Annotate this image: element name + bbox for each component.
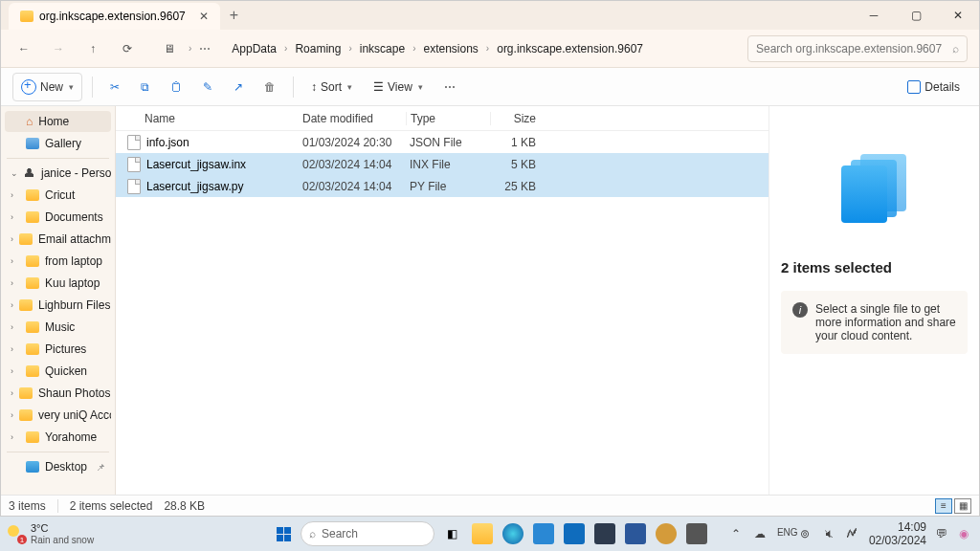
sidebar-desktop[interactable]: Desktop 📌︎ [5,456,111,477]
explorer-taskbar-icon[interactable] [469,520,496,547]
chevron-right-icon[interactable]: › [11,234,13,244]
app3-taskbar-icon[interactable] [683,520,710,547]
search-input[interactable] [756,42,952,55]
breadcrumb-item[interactable]: extensions [417,38,483,59]
minimize-button[interactable]: ─ [853,1,895,30]
file-row[interactable]: info.json01/03/2024 20:30JSON File1 KB [116,131,768,153]
volume-icon[interactable]: 🔇︎ [823,527,836,540]
details-view-toggle[interactable]: ≡ [935,498,952,514]
sidebar-folder[interactable]: ›Music [5,317,111,338]
sidebar-folder[interactable]: ›from laptop [5,251,111,272]
onedrive-icon[interactable]: ☁ [754,527,768,540]
weather-widget[interactable]: 1 3°C Rain and snow [8,522,94,544]
app1-taskbar-icon[interactable] [530,520,557,547]
edge-taskbar-icon[interactable] [500,520,526,547]
file-row[interactable]: Lasercut_jigsaw.py02/03/2024 14:04PY Fil… [116,175,768,197]
desktop-icon [26,461,39,473]
col-date[interactable]: Date modified [302,112,406,125]
taskbar-search[interactable]: ⌕ Search [301,521,434,546]
chevron-right-icon[interactable]: › [11,212,20,222]
sidebar-folder[interactable]: ›Cricut [5,185,111,206]
details-toggle[interactable]: Details [900,73,968,101]
sort-button[interactable]: ↕ Sort ▾ [303,73,360,101]
copy-button[interactable]: ⧉ [133,73,157,101]
forward-button[interactable]: → [43,33,74,64]
breadcrumb-item[interactable]: inkscape [354,38,411,59]
up-button[interactable]: ↑ [78,33,108,64]
sidebar-folder[interactable]: ›Pictures [5,339,111,360]
search-box[interactable]: ⌕ [747,35,968,62]
pin-icon[interactable]: 📌︎ [96,462,105,473]
sidebar-folder[interactable]: ›Quicken [5,361,111,382]
nav-toolbar: ← → ↑ ⟳ 🖥︎ › ⋯ AppData›Roaming›inkscape›… [1,30,979,68]
battery-icon[interactable]: 🗲 [846,527,859,540]
copilot-icon[interactable]: ◉ [959,527,972,540]
tab-title: org.inkscape.extension.9607 [39,10,186,23]
file-row[interactable]: Lasercut_jigsaw.inx02/03/2024 14:04INX F… [116,153,768,175]
chevron-down-icon[interactable]: ⌄ [11,168,18,178]
new-tab-button[interactable]: + [230,7,238,24]
wifi-icon[interactable]: ⊚ [800,527,813,540]
breadcrumb-item[interactable]: AppData [226,38,282,59]
more-button[interactable]: ⋯ [436,73,463,101]
chevron-right-icon[interactable]: › [11,300,13,310]
chevron-right-icon[interactable]: › [11,344,20,354]
chevron-right-icon: › [486,43,489,54]
sidebar-folder[interactable]: ›Kuu laptop [5,273,111,294]
tray-chevron-icon[interactable]: ⌃ [731,527,745,540]
chevron-right-icon[interactable]: › [11,256,20,266]
outlook-taskbar-icon[interactable] [561,520,588,547]
col-name[interactable]: Name [116,112,302,125]
close-tab-icon[interactable]: ✕ [199,10,209,23]
col-type[interactable]: Type [406,112,490,125]
col-size[interactable]: Size [490,112,544,125]
breadcrumb-item[interactable]: org.inkscape.extension.9607 [491,38,649,59]
app2-taskbar-icon[interactable] [653,520,679,547]
view-button[interactable]: ☰ View ▾ [366,73,431,101]
pc-icon[interactable]: 🖥︎ [154,33,185,64]
sidebar-folder[interactable]: ›Yorahome [5,427,111,448]
chevron-right-icon[interactable]: › [11,190,20,200]
notifications-icon[interactable]: 💬︎ [936,527,949,540]
overflow-icon[interactable]: ⋯ [195,33,214,64]
sidebar-folder[interactable]: ›Lighburn Files [5,295,111,316]
chevron-right-icon[interactable]: › [11,388,13,398]
sidebar-folder[interactable]: ›very uniQ Acco [5,405,111,426]
chevron-right-icon[interactable]: › [11,278,20,288]
breadcrumb-item[interactable]: Roaming [289,38,346,59]
delete-button[interactable]: 🗑︎ [256,73,283,101]
chevron-right-icon[interactable]: › [11,322,20,332]
close-button[interactable]: ✕ [937,1,979,30]
sidebar-user[interactable]: ⌄ 👤︎ janice - Personal [5,163,111,184]
clock[interactable]: 14:09 02/03/2024 [869,520,926,548]
sidebar-gallery[interactable]: Gallery [5,133,111,154]
chevron-right-icon[interactable]: › [11,432,20,442]
folder-icon [26,365,39,377]
rename-button[interactable]: ✎ [195,73,220,101]
file-icon [127,157,141,172]
sidebar-folder[interactable]: ›Shaun Photos [5,383,111,404]
task-view-button[interactable]: ◧ [438,520,465,547]
word-taskbar-icon[interactable] [622,520,649,547]
refresh-button[interactable]: ⟳ [112,33,143,64]
cut-button[interactable]: ✂︎ [102,73,127,101]
plus-icon [21,79,36,95]
store-taskbar-icon[interactable] [591,520,618,547]
paste-button[interactable]: 📋︎ [163,73,189,101]
sidebar-folder[interactable]: ›Email attachm [5,229,111,250]
language-icon[interactable]: ENG [777,527,791,540]
start-button[interactable] [270,520,297,547]
share-button[interactable]: ↗ [226,73,251,101]
taskbar: 1 3°C Rain and snow ⌕ Search ◧ ⌃ ☁ ENG ⊚… [0,517,980,551]
folder-icon [26,255,39,267]
sidebar-folder[interactable]: ›Documents [5,207,111,228]
new-button[interactable]: New ▾ [12,73,82,101]
chevron-right-icon[interactable]: › [11,410,13,420]
sidebar-home[interactable]: ⌂ Home [5,111,111,132]
maximize-button[interactable]: ▢ [895,1,937,30]
back-button[interactable]: ← [9,33,39,64]
chevron-right-icon[interactable]: › [11,366,20,376]
window-tab[interactable]: org.inkscape.extension.9607 ✕ [9,3,220,30]
icons-view-toggle[interactable]: ▦ [954,498,971,514]
chevron-down-icon: ▾ [69,82,74,92]
